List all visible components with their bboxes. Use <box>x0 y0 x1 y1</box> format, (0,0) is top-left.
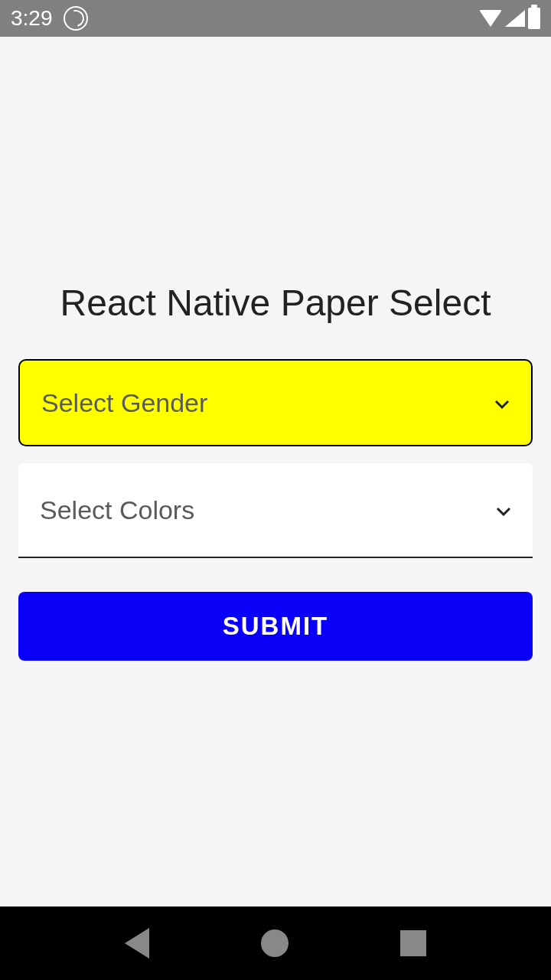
status-bar-right <box>479 8 540 29</box>
chevron-down-icon <box>494 398 510 407</box>
main-content: React Native Paper Select Select Gender … <box>0 37 551 906</box>
navigation-bar <box>0 906 551 980</box>
page-title: React Native Paper Select <box>18 282 533 324</box>
nav-back-button[interactable] <box>125 928 149 959</box>
cellular-signal-icon <box>505 10 525 27</box>
colors-select[interactable]: Select Colors <box>18 463 533 558</box>
nav-recent-button[interactable] <box>400 930 426 956</box>
gender-select-label: Select Gender <box>41 388 207 418</box>
chevron-down-icon <box>496 505 511 514</box>
battery-icon <box>528 8 540 29</box>
nav-home-button[interactable] <box>261 929 289 957</box>
clock-icon <box>64 6 88 31</box>
status-time: 3:29 <box>11 6 53 31</box>
status-bar-left: 3:29 <box>11 6 88 31</box>
colors-select-label: Select Colors <box>40 495 194 525</box>
wifi-icon <box>479 10 502 27</box>
gender-select[interactable]: Select Gender <box>18 359 533 446</box>
status-bar: 3:29 <box>0 0 551 37</box>
submit-button[interactable]: SUBMIT <box>18 592 533 661</box>
